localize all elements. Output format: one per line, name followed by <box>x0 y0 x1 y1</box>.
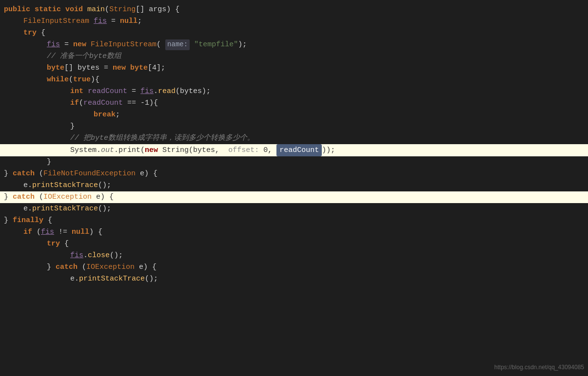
code-line-9: if(readCount == -1){ <box>0 97 588 109</box>
code-container: public static void main(String[] args) {… <box>0 0 588 376</box>
code-text-22: fis.close(); <box>70 250 588 261</box>
code-text-17: } catch (IOException e) { <box>4 191 588 203</box>
code-line-20: if (fis != null) { <box>0 226 588 238</box>
code-text-21: try { <box>47 238 588 249</box>
code-text-1: public static void main(String[] args) { <box>4 4 588 15</box>
code-line-10: break; <box>0 109 588 121</box>
code-line-18: e.printStackTrace(); <box>0 203 588 215</box>
code-text-24: e.printStackTrace(); <box>70 273 588 284</box>
code-text-10: break; <box>94 109 588 120</box>
watermark: https://blog.csdn.net/qq_43094085 <box>494 363 584 372</box>
code-line-4: fis = new FileInputStream( name: "tempfi… <box>0 39 588 51</box>
code-line-19: } finally { <box>0 215 588 226</box>
code-text-13: System.out.print(new String(bytes, offse… <box>70 144 588 156</box>
code-line-13: System.out.print(new String(bytes, offse… <box>0 144 588 156</box>
code-text-3: try { <box>23 27 588 38</box>
code-line-2: FileInputStream fis = null; <box>0 16 588 27</box>
code-line-21: try { <box>0 238 588 250</box>
code-text-20: if (fis != null) { <box>23 226 588 238</box>
code-line-15: } catch (FileNotFoundException e) { <box>0 168 588 180</box>
code-line-14: } <box>0 156 588 168</box>
code-line-12: // 把byte数组转换成字符串，读到多少个转换多少个。 <box>0 132 588 144</box>
code-text-6: byte[] bytes = new byte[4]; <box>47 62 588 74</box>
code-text-4: fis = new FileInputStream( name: "tempfi… <box>47 39 588 50</box>
code-text-8: int readCount = fis.read(bytes); <box>70 86 588 97</box>
code-text-5: // 准备一个byte数组 <box>47 51 588 62</box>
code-text-7: while(true){ <box>47 74 588 85</box>
code-text-16: e.printStackTrace(); <box>23 180 588 191</box>
code-text-15: } catch (FileNotFoundException e) { <box>4 168 588 179</box>
readcount-tooltip: readCount <box>276 144 322 156</box>
code-line-3: try { <box>0 27 588 39</box>
code-text-12: // 把byte数组转换成字符串，读到多少个转换多少个。 <box>70 132 588 144</box>
code-line-11: } <box>0 121 588 132</box>
code-line-16: e.printStackTrace(); <box>0 180 588 191</box>
code-text-9: if(readCount == -1){ <box>70 97 588 109</box>
code-text-2: FileInputStream fis = null; <box>23 16 588 27</box>
code-line-8: int readCount = fis.read(bytes); <box>0 86 588 97</box>
code-text-23: } catch (IOException e) { <box>47 262 588 273</box>
code-line-6: byte[] bytes = new byte[4]; <box>0 62 588 74</box>
code-text-14: } <box>47 156 588 168</box>
code-text-18: e.printStackTrace(); <box>23 203 588 214</box>
code-line-22: fis.close(); <box>0 250 588 262</box>
code-line-7: while(true){ <box>0 74 588 86</box>
code-line-5: // 准备一个byte数组 <box>0 51 588 62</box>
code-line-17: } catch (IOException e) { <box>0 191 588 203</box>
code-text-11: } <box>70 121 588 132</box>
code-text-19: } finally { <box>4 215 588 226</box>
code-line-24: e.printStackTrace(); <box>0 273 588 285</box>
code-line-23: } catch (IOException e) { <box>0 262 588 273</box>
code-line-1: public static void main(String[] args) { <box>0 4 588 16</box>
